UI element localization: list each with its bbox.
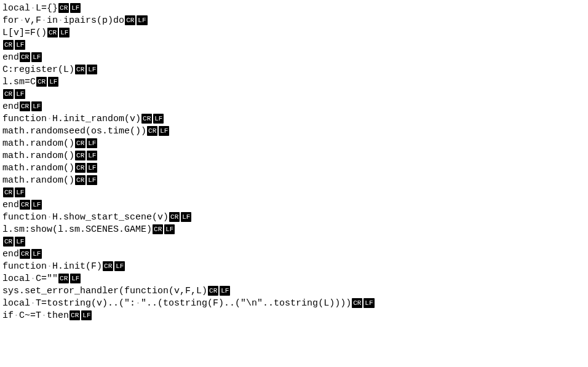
code-line: function·H.show_start_scene(v)CRLF (2, 211, 586, 224)
cr-marker: CR (75, 175, 85, 185)
lf-marker: LF (31, 101, 42, 111)
cr-marker: CR (58, 274, 69, 283)
lf-marker: LF (181, 212, 191, 222)
whitespace-dot: · (47, 212, 52, 223)
whitespace-dot: · (14, 310, 19, 321)
cr-marker: CR (169, 212, 180, 222)
code-text: H.show_start_scene(v) (52, 212, 169, 223)
code-line: L[v]=F()CRLF (2, 27, 586, 39)
code-text: end (2, 101, 19, 112)
lf-marker: LF (114, 261, 125, 271)
whitespace-dot: · (30, 274, 36, 284)
code-text: H.init_random(v) (52, 114, 141, 124)
code-text: sys.set_error_handler(function(v,F,L) (2, 286, 207, 296)
code-line: CRLF (2, 89, 586, 101)
code-listing: local·L={}CRLFfor·v,F·in·ipairs(p)doCRLF… (2, 2, 586, 322)
whitespace-dot: · (58, 15, 63, 26)
whitespace-dot: · (19, 15, 25, 26)
whitespace-dot: · (41, 15, 47, 26)
code-line: CRLF (2, 187, 586, 199)
code-text: l.sm:show(l.sm.SCENES.GAME) (2, 224, 152, 235)
cr-marker: CR (125, 15, 135, 25)
cr-marker: CR (20, 52, 30, 62)
code-line: CRLF (2, 236, 586, 248)
cr-marker: CR (70, 310, 80, 320)
lf-marker: LF (15, 237, 25, 247)
code-line: local·C=""CRLF (2, 273, 586, 285)
lf-marker: LF (15, 40, 25, 50)
code-line: local·L={}CRLF (2, 2, 586, 15)
code-text: L={} (36, 3, 58, 14)
code-text: for (2, 15, 19, 26)
code-line: math.randomseed(os.time())CRLF (2, 125, 586, 138)
lf-marker: LF (70, 274, 81, 283)
whitespace-dot: · (47, 261, 52, 272)
code-line: l.sm:show(l.sm.SCENES.GAME)CRLF (2, 224, 586, 236)
lf-marker: LF (15, 187, 25, 197)
code-line: math.random()CRLF (2, 175, 586, 187)
code-text: local (2, 298, 30, 309)
code-text: l.sm=C (2, 77, 36, 87)
lf-marker: LF (31, 52, 42, 62)
cr-marker: CR (75, 138, 85, 148)
code-line: l.sm=CCRLF (2, 76, 586, 89)
lf-marker: LF (87, 151, 97, 160)
code-line: math.random()CRLF (2, 162, 586, 175)
code-line: endCRLF (2, 101, 586, 113)
whitespace-dot: · (30, 298, 36, 309)
lf-marker: LF (137, 15, 147, 25)
lf-marker: LF (81, 310, 92, 320)
lf-marker: LF (87, 175, 97, 185)
cr-marker: CR (103, 261, 113, 271)
lf-marker: LF (364, 298, 374, 308)
code-text: C="" (36, 274, 58, 284)
lf-marker: LF (59, 28, 70, 37)
code-text: end (2, 249, 19, 259)
whitespace-dot: · (47, 114, 52, 124)
lf-marker: LF (159, 126, 169, 136)
code-line: local·T=tostring(v)..(":·"..(tostring(F)… (2, 298, 586, 310)
code-text: end (2, 200, 19, 210)
lf-marker: LF (15, 89, 25, 99)
code-text: local (2, 274, 30, 284)
code-line: function·H.init_random(v)CRLF (2, 113, 586, 125)
code-text: T=tostring(v)..(": (36, 298, 135, 309)
code-text: function (2, 114, 47, 124)
cr-marker: CR (352, 298, 362, 308)
cr-marker: CR (20, 101, 30, 111)
code-text: function (2, 261, 47, 272)
code-text: math.random() (2, 138, 74, 149)
code-text: if (2, 310, 14, 321)
lf-marker: LF (153, 114, 164, 124)
lf-marker: LF (87, 65, 97, 74)
code-text: L[v]=F() (2, 28, 47, 38)
cr-marker: CR (47, 28, 58, 37)
code-line: CRLF (2, 39, 586, 52)
whitespace-dot: · (135, 298, 141, 309)
cr-marker: CR (75, 151, 85, 160)
cr-marker: CR (3, 89, 14, 99)
code-text: math.random() (2, 175, 74, 186)
code-text: end (2, 52, 19, 63)
code-text: v,F (25, 15, 41, 26)
cr-marker: CR (147, 126, 157, 136)
lf-marker: LF (31, 200, 42, 210)
code-text: math.random() (2, 151, 74, 161)
cr-marker: CR (141, 114, 152, 124)
code-line: math.random()CRLF (2, 138, 586, 150)
cr-marker: CR (3, 40, 14, 50)
code-line: function·H.init(F)CRLF (2, 261, 586, 273)
code-line: for·v,F·in·ipairs(p)doCRLF (2, 15, 586, 27)
whitespace-dot: · (41, 310, 47, 321)
lf-marker: LF (164, 224, 175, 234)
code-text: "..(tostring(F)..("\n"..tostring(L)))) (141, 298, 351, 309)
lf-marker: LF (48, 77, 58, 87)
lf-marker: LF (70, 3, 81, 13)
cr-marker: CR (153, 224, 163, 234)
whitespace-dot: · (30, 3, 36, 14)
cr-marker: CR (208, 286, 218, 296)
code-text: C:register(L) (2, 65, 74, 75)
cr-marker: CR (75, 163, 85, 173)
code-line: endCRLF (2, 52, 586, 64)
code-line: endCRLF (2, 248, 586, 261)
